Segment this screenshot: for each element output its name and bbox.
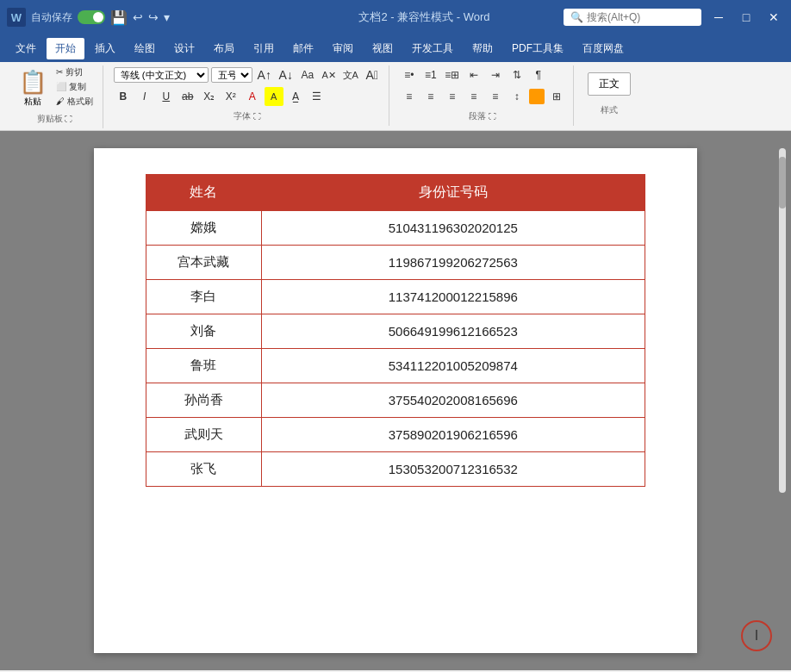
cursor-icon: I bbox=[755, 628, 758, 644]
format-painter-button[interactable]: 🖌 格式刷 bbox=[53, 95, 96, 109]
logo-text: W bbox=[11, 11, 22, 24]
menu-baidu[interactable]: 百度网盘 bbox=[574, 38, 632, 59]
menu-layout[interactable]: 布局 bbox=[205, 38, 243, 59]
bold-button[interactable]: B bbox=[114, 87, 133, 106]
col-header-name: 姓名 bbox=[146, 175, 262, 211]
show-marks-button[interactable]: ¶ bbox=[529, 65, 548, 84]
menu-bar: 文件 开始 插入 绘图 设计 布局 引用 邮件 审阅 视图 开发工具 帮助 PD… bbox=[0, 34, 791, 62]
title-text: 文档2 - 兼容性模式 - Word bbox=[358, 10, 489, 23]
menu-file[interactable]: 文件 bbox=[7, 38, 45, 59]
table-row: 嫦娥510431196302020125 bbox=[146, 211, 645, 246]
strikethrough-button[interactable]: ab bbox=[178, 87, 197, 106]
justify-button[interactable]: ≡ bbox=[464, 87, 483, 106]
styles-group: 正文 样式 bbox=[577, 65, 641, 126]
redo-icon[interactable]: ↪ bbox=[148, 10, 159, 24]
align-center-button[interactable]: ≡ bbox=[421, 87, 440, 106]
align-right-button[interactable]: ≡ bbox=[443, 87, 462, 106]
menu-home[interactable]: 开始 bbox=[47, 38, 84, 59]
styles-preview-area: 正文 bbox=[584, 65, 634, 103]
paragraph-group: ≡• ≡1 ≡⊞ ⇤ ⇥ ⇅ ¶ ≡ ≡ ≡ ≡ ≡ ↕ ⊞ 段落 ⛶ bbox=[393, 65, 574, 126]
char-shade-button[interactable]: ☰ bbox=[308, 87, 327, 106]
font-shrink-button[interactable]: A↓ bbox=[277, 65, 296, 84]
normal-style[interactable]: 正文 bbox=[588, 72, 631, 96]
cell-name: 李白 bbox=[146, 280, 262, 314]
table-row: 刘备506649199612166523 bbox=[146, 314, 645, 349]
cell-name: 宫本武藏 bbox=[146, 246, 262, 280]
menu-review[interactable]: 审阅 bbox=[324, 38, 362, 59]
menu-mail[interactable]: 邮件 bbox=[284, 38, 322, 59]
bullets-button[interactable]: ≡• bbox=[400, 65, 419, 84]
font-row1: 等线 (中文正文) 五号 A↑ A↓ Aa A✕ 文A A⃣ bbox=[114, 65, 382, 84]
paragraph-label: 段落 ⛶ bbox=[400, 110, 566, 122]
copy-button[interactable]: ⬜ 复制 bbox=[53, 80, 96, 94]
dist-button[interactable]: ≡ bbox=[486, 87, 505, 106]
phonetic-button[interactable]: 文A bbox=[341, 65, 360, 84]
scrollbar-thumb[interactable] bbox=[779, 157, 786, 208]
superscript-button[interactable]: X² bbox=[221, 87, 240, 106]
shading-button[interactable] bbox=[529, 89, 545, 104]
cell-id: 510431196302020125 bbox=[261, 211, 645, 246]
clipboard-small-buttons: ✂ 剪切 ⬜ 复制 🖌 格式刷 bbox=[53, 65, 96, 109]
font-grow-button[interactable]: A↑ bbox=[255, 65, 274, 84]
cell-id: 119867199206272563 bbox=[261, 246, 645, 280]
clipboard-buttons: 📋 粘贴 ✂ 剪切 ⬜ 复制 🖌 格式刷 bbox=[14, 65, 96, 111]
menu-help[interactable]: 帮助 bbox=[464, 38, 501, 59]
char-border-button[interactable]: A⃣ bbox=[363, 65, 382, 84]
cell-name: 武则天 bbox=[146, 418, 262, 452]
menu-design[interactable]: 设计 bbox=[165, 38, 203, 59]
quick-access-icon[interactable]: ▾ bbox=[164, 10, 170, 24]
font-shade-button[interactable]: A̲ bbox=[286, 87, 305, 106]
menu-references[interactable]: 引用 bbox=[245, 38, 283, 59]
highlight-button[interactable]: A bbox=[265, 87, 283, 106]
menu-dev[interactable]: 开发工具 bbox=[403, 38, 462, 59]
italic-button[interactable]: I bbox=[135, 87, 154, 106]
font-color-button[interactable]: A bbox=[243, 87, 262, 106]
scrollbar-track[interactable] bbox=[779, 148, 786, 493]
numbering-button[interactable]: ≡1 bbox=[421, 65, 440, 84]
paste-label: 粘贴 bbox=[24, 96, 41, 108]
window-title: 文档2 - 兼容性模式 - Word bbox=[285, 9, 564, 25]
line-spacing-button[interactable]: ↕ bbox=[508, 87, 526, 106]
font-row2: B I U ab X₂ X² A A A̲ ☰ bbox=[114, 87, 327, 106]
minimize-button[interactable]: ─ bbox=[708, 7, 729, 28]
decrease-indent-button[interactable]: ⇤ bbox=[464, 65, 483, 84]
cell-name: 张飞 bbox=[146, 452, 262, 487]
save-icon[interactable]: 💾 bbox=[110, 9, 128, 26]
menu-insert[interactable]: 插入 bbox=[86, 38, 124, 59]
autosave-label: 自动保存 bbox=[31, 10, 72, 25]
sort-button[interactable]: ⇅ bbox=[508, 65, 526, 84]
font-clear-button[interactable]: A✕ bbox=[320, 65, 339, 84]
menu-view[interactable]: 视图 bbox=[364, 38, 402, 59]
cell-name: 刘备 bbox=[146, 314, 262, 349]
ribbon-row: 📋 粘贴 ✂ 剪切 ⬜ 复制 🖌 格式刷 剪贴板 ⛶ 等线 (中文正文) bbox=[7, 65, 784, 128]
document-page: 姓名 身份证号码 嫦娥510431196302020125宫本武藏1198671… bbox=[94, 148, 697, 653]
maximize-button[interactable]: □ bbox=[736, 7, 757, 28]
multilevel-button[interactable]: ≡⊞ bbox=[443, 65, 462, 84]
font-size-select[interactable]: 五号 bbox=[211, 67, 252, 83]
para-row2: ≡ ≡ ≡ ≡ ≡ ↕ ⊞ bbox=[400, 87, 566, 106]
clipboard-label: 剪贴板 ⛶ bbox=[14, 113, 96, 125]
paste-button[interactable]: 📋 粘贴 bbox=[14, 65, 52, 111]
paste-icon: 📋 bbox=[19, 69, 47, 96]
table-row: 孙尚香375540202008165696 bbox=[146, 383, 645, 418]
border-button[interactable]: ⊞ bbox=[547, 87, 566, 106]
font-family-select[interactable]: 等线 (中文正文) bbox=[114, 67, 209, 83]
menu-draw[interactable]: 绘图 bbox=[126, 38, 164, 59]
para-row1: ≡• ≡1 ≡⊞ ⇤ ⇥ ⇅ ¶ bbox=[400, 65, 548, 84]
search-input[interactable] bbox=[587, 11, 690, 23]
align-left-button[interactable]: ≡ bbox=[400, 87, 419, 106]
subscript-button[interactable]: X₂ bbox=[200, 87, 219, 106]
search-box[interactable]: 🔍 bbox=[564, 9, 701, 26]
col-header-id: 身份证号码 bbox=[261, 175, 645, 211]
close-button[interactable]: ✕ bbox=[763, 7, 784, 28]
undo-icon[interactable]: ↩ bbox=[133, 10, 143, 24]
table-row: 鲁班534112201005209874 bbox=[146, 349, 645, 383]
font-group: 等线 (中文正文) 五号 A↑ A↓ Aa A✕ 文A A⃣ B I U ab … bbox=[107, 65, 389, 126]
autosave-toggle[interactable] bbox=[78, 10, 105, 24]
font-case-button[interactable]: Aa bbox=[298, 65, 317, 84]
cut-button[interactable]: ✂ 剪切 bbox=[53, 65, 96, 79]
cell-name: 鲁班 bbox=[146, 349, 262, 383]
increase-indent-button[interactable]: ⇥ bbox=[486, 65, 505, 84]
menu-pdf[interactable]: PDF工具集 bbox=[503, 38, 572, 59]
underline-button[interactable]: U bbox=[157, 87, 176, 106]
